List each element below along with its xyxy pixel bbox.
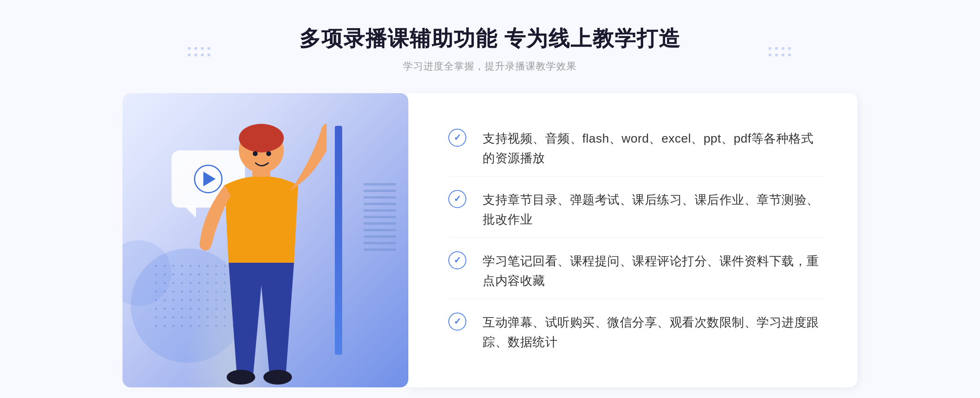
feature-item-4: ✓ 互动弹幕、试听购买、微信分享、观看次数限制、学习进度跟踪、数据统计 [448,304,825,360]
corner-dots-left [188,47,212,58]
features-panel: ✓ 支持视频、音频、flash、word、excel、ppt、pdf等各种格式的… [408,93,858,387]
illustration-panel [122,93,408,387]
page-subtitle: 学习进度全掌握，提升录播课教学效果 [299,60,681,73]
feature-text-2: 支持章节目录、弹题考试、课后练习、课后作业、章节测验、批改作业 [483,190,825,229]
feature-item-3: ✓ 学习笔记回看、课程提问、课程评论打分、课件资料下载，重点内容收藏 [448,243,825,299]
feature-item-2: ✓ 支持章节目录、弹题考试、课后练习、课后作业、章节测验、批改作业 [448,182,825,238]
check-circle-3: ✓ [448,251,466,269]
corner-dots-right [768,47,792,58]
svg-point-1 [239,124,284,152]
feature-item-1: ✓ 支持视频、音频、flash、word、excel、ppt、pdf等各种格式的… [448,121,825,177]
blue-vertical-bar [335,126,342,355]
check-icon-3: ✓ [454,255,461,266]
page-container: 多项录播课辅助功能 专为线上教学打造 学习进度全掌握，提升录播课教学效果 » [0,0,980,398]
svg-point-4 [263,370,292,385]
check-circle-1: ✓ [448,129,466,147]
check-icon-2: ✓ [454,194,461,204]
svg-point-5 [253,151,258,156]
page-title: 多项录播课辅助功能 专为线上教学打造 [299,25,681,53]
feature-text-4: 互动弹幕、试听购买、微信分享、观看次数限制、学习进度跟踪、数据统计 [483,313,825,352]
stripe-decoration [363,183,396,265]
header-section: 多项录播课辅助功能 专为线上教学打造 学习进度全掌握，提升录播课教学效果 [299,0,681,85]
check-circle-2: ✓ [448,190,466,208]
main-content: » [122,93,858,387]
feature-text-1: 支持视频、音频、flash、word、excel、ppt、pdf等各种格式的资源… [483,129,825,168]
svg-point-6 [266,151,271,156]
check-circle-4: ✓ [448,313,466,331]
person-illustration [163,110,327,387]
svg-point-3 [227,370,255,385]
check-icon-4: ✓ [454,316,461,327]
feature-text-3: 学习笔记回看、课程提问、课程评论打分、课件资料下载，重点内容收藏 [483,251,825,291]
check-icon-1: ✓ [454,132,461,143]
